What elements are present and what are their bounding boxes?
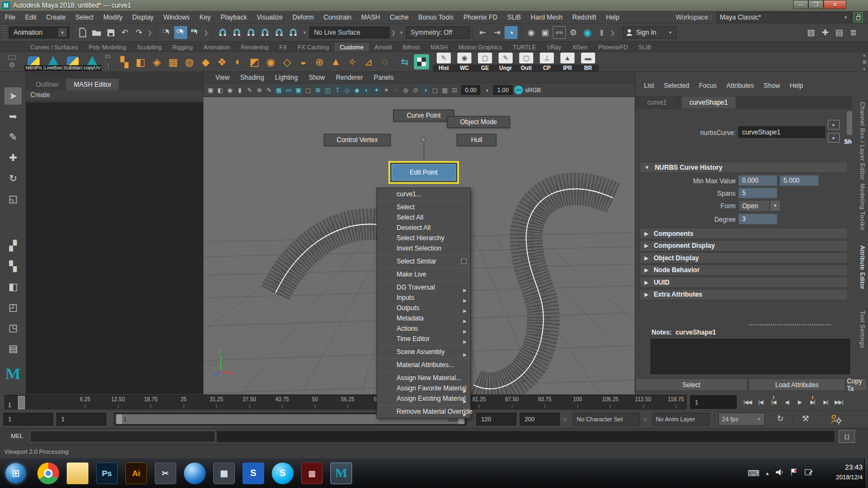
- mash-shelf-icon-11[interactable]: ◇: [280, 55, 294, 69]
- gamma-field[interactable]: 1.00: [493, 85, 512, 95]
- section-components[interactable]: ▶Components: [640, 228, 848, 239]
- chevron-down-icon[interactable]: ▼: [303, 30, 307, 35]
- mash-shelf-icon-1[interactable]: ▚: [117, 55, 131, 69]
- camera-attributes-icon[interactable]: ◉: [226, 85, 235, 95]
- menu-phoenix-fd[interactable]: Phoenix FD: [458, 14, 502, 21]
- snap-to-projected-center-icon[interactable]: [259, 26, 272, 39]
- safe-title-icon[interactable]: T: [333, 85, 342, 95]
- menu-constrain[interactable]: Constrain: [318, 14, 356, 21]
- marking-menu-edit-point[interactable]: Edit Point: [392, 164, 456, 181]
- ae-menu-attributes[interactable]: Attributes: [726, 82, 754, 89]
- group-expander-icon[interactable]: ❯: [609, 30, 616, 36]
- shelf-button-outl[interactable]: ▢Outl: [517, 53, 535, 71]
- shelf-button-ge[interactable]: ▢GE: [476, 53, 494, 71]
- exposure-field[interactable]: 0.00: [461, 85, 480, 95]
- toolbar-grip[interactable]: [2, 25, 7, 40]
- mash-shelf-icon-16[interactable]: ⊿: [361, 55, 375, 69]
- tab-mash-editor[interactable]: MASH Editor: [66, 79, 119, 91]
- calculator-icon[interactable]: ▦: [213, 463, 235, 484]
- minimize-button[interactable]: —: [793, 0, 808, 9]
- shelf-button-wc[interactable]: ◉WC: [455, 53, 474, 71]
- taskbar-clock[interactable]: 23:43 2018/12/4: [836, 462, 863, 483]
- gear-icon[interactable]: ⚙: [9, 61, 15, 69]
- checker-map-icon[interactable]: [414, 54, 429, 69]
- tab-outliner[interactable]: Outliner: [28, 79, 66, 91]
- character-set-dropdown[interactable]: No Character Set: [573, 413, 640, 426]
- multisample-icon[interactable]: ⊙: [411, 85, 420, 95]
- marking-menu-curve-point[interactable]: Curve Point: [393, 110, 454, 121]
- anim-layer-dropdown[interactable]: No Anim Layer: [652, 413, 710, 426]
- context-menu-item-select-all[interactable]: Select All: [377, 213, 470, 223]
- ambient-occlusion-icon[interactable]: ◌: [392, 85, 401, 95]
- file-explorer-icon[interactable]: [67, 463, 88, 484]
- context-menu-item-inputs[interactable]: Inputs▶: [377, 293, 470, 303]
- copyuv-icon[interactable]: copyUV: [83, 53, 101, 71]
- shelf-tab-fx[interactable]: FX: [274, 43, 292, 52]
- viewport2-on-icon[interactable]: ON: [514, 86, 523, 94]
- bookmark-icon[interactable]: ▮: [235, 85, 245, 95]
- make-live-icon[interactable]: [287, 26, 300, 39]
- menu-slib[interactable]: SLiB: [502, 14, 526, 21]
- mash-shelf-icon-15[interactable]: ✧: [345, 55, 359, 69]
- range-start-handle[interactable]: [117, 414, 122, 424]
- grease-pencil-icon[interactable]: ✎: [265, 85, 274, 95]
- chevron-down-icon[interactable]: ▼: [770, 200, 781, 211]
- lights-icon[interactable]: ✦: [372, 85, 381, 95]
- liveboolean-icon[interactable]: LiveBoo: [44, 53, 62, 71]
- gate-mask-icon[interactable]: ▢: [304, 85, 313, 95]
- context-menu-item-material-attributes-[interactable]: Material Attributes...: [377, 360, 470, 370]
- step-forward-key-button[interactable]: ▶|: [806, 395, 819, 409]
- workspace-dropdown[interactable]: Maya Classic* ▼: [716, 12, 852, 23]
- move-tool-icon[interactable]: ✚: [4, 149, 22, 166]
- checker-icon[interactable]: ▚: [4, 258, 22, 275]
- shelf-button-ipr[interactable]: ▲IPR: [558, 53, 577, 71]
- mash-shelf-icon-2[interactable]: ◧: [133, 55, 148, 69]
- rotate-tool-icon[interactable]: ↻: [4, 170, 22, 187]
- snipping-tool-icon[interactable]: ✂: [155, 463, 176, 484]
- mash-shelf-icon-5[interactable]: ◍: [182, 55, 196, 69]
- xray-icon[interactable]: ▥: [441, 85, 450, 95]
- group-expander-icon[interactable]: ❯: [146, 30, 154, 36]
- command-line-input[interactable]: [30, 431, 215, 442]
- shelf-button-br[interactable]: ▬BR: [579, 53, 597, 71]
- history-arrows-icon[interactable]: ⇆: [398, 55, 411, 68]
- section-node-behavior[interactable]: ▶Node Behavior: [640, 265, 848, 276]
- attribute-editor-scrollbar[interactable]: [847, 111, 852, 135]
- mash-editor-body[interactable]: [26, 102, 203, 394]
- play-forwards-button[interactable]: ▶: [793, 395, 806, 409]
- sidebar-tab-attribute-editor[interactable]: Attribute Editor: [859, 246, 866, 290]
- chrome-icon[interactable]: [37, 463, 59, 484]
- option-box-icon[interactable]: [461, 259, 467, 264]
- shadows-icon[interactable]: ✶: [382, 85, 391, 95]
- depth-of-field-icon[interactable]: ◑: [421, 85, 430, 95]
- menu-help[interactable]: Help: [601, 14, 624, 21]
- auto-keyframe-hammer-icon[interactable]: ⚒: [802, 414, 809, 423]
- shelf-tab-arnold[interactable]: Arnold: [369, 43, 397, 52]
- form-dropdown[interactable]: Open: [738, 200, 770, 211]
- shelf-tab-custome[interactable]: Custome: [334, 43, 369, 52]
- shelf-tab-xgen[interactable]: XGen: [567, 43, 593, 52]
- marking-menu-object-mode[interactable]: Object Mode: [447, 116, 510, 128]
- render-settings-icon[interactable]: ⚙: [567, 26, 580, 39]
- menu-file[interactable]: File: [0, 14, 20, 21]
- ae-menu-focus[interactable]: Focus: [699, 82, 717, 89]
- ipr-render-icon[interactable]: IPR: [553, 26, 566, 39]
- input-connections-icon[interactable]: ⇤: [476, 26, 489, 39]
- snap-to-point-icon[interactable]: [245, 26, 258, 39]
- context-menu-item-select[interactable]: Select: [377, 202, 470, 213]
- pane-layout-four-icon[interactable]: ◰: [4, 299, 22, 316]
- redo-icon[interactable]: ↷: [132, 26, 145, 39]
- shelf-tab-rigging[interactable]: Rigging: [167, 43, 198, 52]
- viewport-menu-shading[interactable]: Shading: [235, 74, 270, 81]
- button-load-attributes[interactable]: Load Attributes: [749, 378, 845, 391]
- node-graph-icon[interactable]: ▞: [4, 237, 22, 254]
- keyboard-tray-icon[interactable]: ⌨: [748, 468, 760, 478]
- workspace-lock-icon[interactable]: [854, 12, 863, 22]
- shelf-tab-slib[interactable]: SLiB: [633, 43, 656, 52]
- snap-to-curve-icon[interactable]: [231, 26, 244, 39]
- photoshop-icon[interactable]: Ps: [96, 463, 118, 484]
- shelf-button-ungr[interactable]: ✎Ungr: [496, 53, 515, 71]
- marking-menu-hull[interactable]: Hull: [457, 134, 496, 146]
- context-menu-item-invert-selection[interactable]: Invert Selection: [377, 243, 470, 254]
- sidebar-tab-channel-box-layer-editor[interactable]: Channel Box / Layer Editor: [859, 102, 866, 180]
